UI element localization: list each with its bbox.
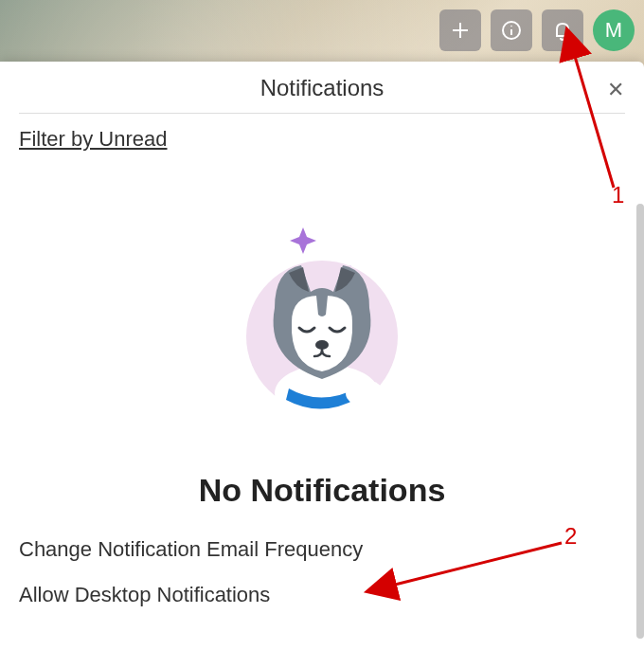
filter-unread-link[interactable]: Filter by Unread bbox=[19, 127, 168, 152]
user-avatar[interactable]: M bbox=[593, 9, 635, 51]
svg-point-7 bbox=[315, 340, 329, 350]
close-icon: ✕ bbox=[607, 80, 624, 100]
notifications-panel: Notifications ✕ Filter by Unread bbox=[0, 62, 644, 650]
annotation-label-2: 2 bbox=[564, 523, 577, 550]
bell-icon bbox=[551, 19, 574, 42]
scrollbar-thumb[interactable] bbox=[636, 204, 644, 611]
scrollbar-thumb-lower[interactable] bbox=[636, 603, 644, 639]
scrollbar[interactable] bbox=[636, 204, 644, 650]
change-email-frequency-link[interactable]: Change Notification Email Frequency bbox=[19, 537, 625, 562]
notifications-button[interactable] bbox=[542, 9, 583, 51]
panel-title: Notifications bbox=[19, 75, 625, 101]
annotation-label-1: 1 bbox=[612, 182, 624, 208]
svg-point-8 bbox=[346, 380, 384, 406]
empty-state-heading: No Notifications bbox=[19, 472, 625, 509]
close-button[interactable]: ✕ bbox=[604, 79, 627, 101]
plus-icon bbox=[449, 19, 472, 42]
avatar-initial: M bbox=[605, 18, 622, 43]
panel-header: Notifications ✕ bbox=[0, 62, 644, 113]
empty-state: No Notifications bbox=[19, 218, 625, 509]
info-button[interactable] bbox=[491, 9, 532, 51]
svg-point-4 bbox=[510, 26, 512, 27]
panel-content: No Notifications Change Notification Ema… bbox=[0, 152, 644, 650]
allow-desktop-notifications-link[interactable]: Allow Desktop Notifications bbox=[19, 583, 625, 607]
husky-illustration bbox=[237, 218, 407, 426]
top-icon-bar: M bbox=[439, 9, 635, 51]
info-icon bbox=[500, 19, 523, 42]
add-button[interactable] bbox=[439, 9, 481, 51]
